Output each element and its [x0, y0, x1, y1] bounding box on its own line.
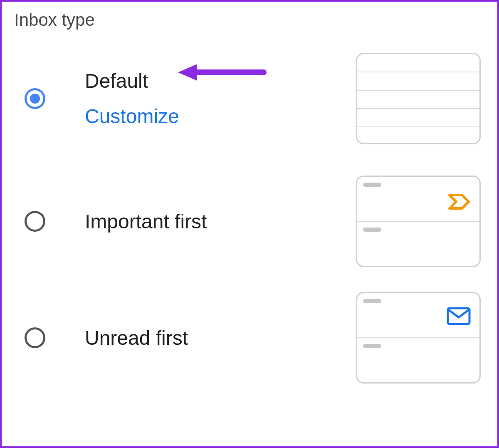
important-marker-icon: [448, 193, 471, 210]
preview-unread-first: [356, 292, 481, 384]
option-label-default: Default: [85, 69, 352, 92]
radio-important-first[interactable]: [25, 211, 45, 232]
option-label-important-first: Important first: [85, 210, 352, 233]
preview-important-first: [356, 176, 481, 267]
inbox-type-option-default[interactable]: Default Customize: [14, 47, 485, 151]
radio-unread-first[interactable]: [25, 327, 45, 348]
customize-link[interactable]: Customize: [85, 105, 352, 128]
mail-icon: [446, 307, 471, 326]
section-title: Inbox type: [14, 10, 485, 30]
inbox-type-option-unread-first[interactable]: Unread first: [14, 292, 485, 384]
inbox-type-panel: Inbox type Default Customize Important f…: [0, 0, 499, 448]
option-label-unread-first: Unread first: [85, 327, 352, 349]
inbox-type-option-important-first[interactable]: Important first: [14, 176, 485, 267]
radio-default[interactable]: [25, 88, 45, 109]
preview-default: [356, 53, 481, 144]
